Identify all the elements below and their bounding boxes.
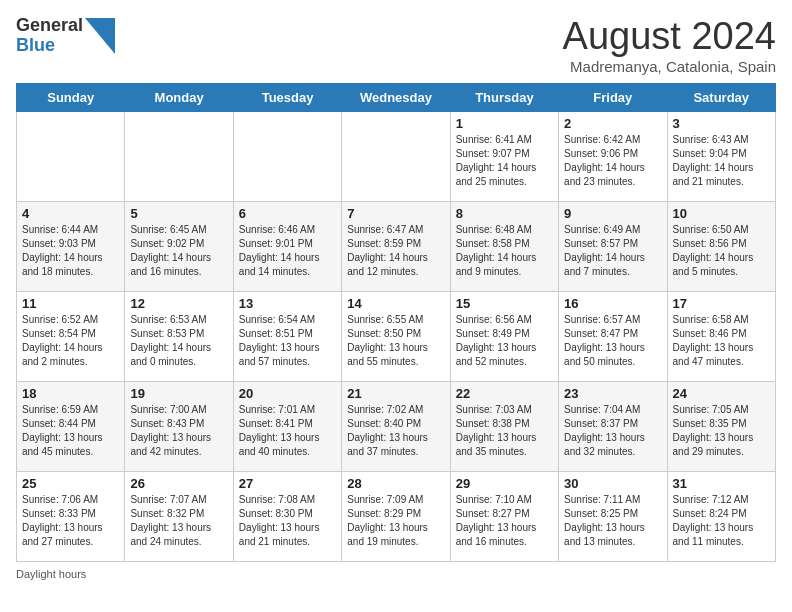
day-info: Sunrise: 6:42 AM Sunset: 9:06 PM Dayligh… xyxy=(564,133,661,189)
day-cell: 19Sunrise: 7:00 AM Sunset: 8:43 PM Dayli… xyxy=(125,381,233,471)
day-cell: 22Sunrise: 7:03 AM Sunset: 8:38 PM Dayli… xyxy=(450,381,558,471)
day-info: Sunrise: 6:47 AM Sunset: 8:59 PM Dayligh… xyxy=(347,223,444,279)
day-cell: 2Sunrise: 6:42 AM Sunset: 9:06 PM Daylig… xyxy=(559,111,667,201)
day-cell: 30Sunrise: 7:11 AM Sunset: 8:25 PM Dayli… xyxy=(559,471,667,561)
day-number: 29 xyxy=(456,476,553,491)
daylight-label: Daylight hours xyxy=(16,568,86,580)
week-row-3: 11Sunrise: 6:52 AM Sunset: 8:54 PM Dayli… xyxy=(17,291,776,381)
day-number: 12 xyxy=(130,296,227,311)
logo: General Blue xyxy=(16,16,115,56)
day-cell xyxy=(342,111,450,201)
day-info: Sunrise: 7:02 AM Sunset: 8:40 PM Dayligh… xyxy=(347,403,444,459)
day-number: 18 xyxy=(22,386,119,401)
day-number: 26 xyxy=(130,476,227,491)
day-info: Sunrise: 7:05 AM Sunset: 8:35 PM Dayligh… xyxy=(673,403,770,459)
day-info: Sunrise: 6:53 AM Sunset: 8:53 PM Dayligh… xyxy=(130,313,227,369)
day-number: 5 xyxy=(130,206,227,221)
day-cell: 31Sunrise: 7:12 AM Sunset: 8:24 PM Dayli… xyxy=(667,471,775,561)
day-number: 21 xyxy=(347,386,444,401)
day-number: 22 xyxy=(456,386,553,401)
header-row: SundayMondayTuesdayWednesdayThursdayFrid… xyxy=(17,83,776,111)
day-number: 14 xyxy=(347,296,444,311)
week-row-1: 1Sunrise: 6:41 AM Sunset: 9:07 PM Daylig… xyxy=(17,111,776,201)
header-cell-saturday: Saturday xyxy=(667,83,775,111)
day-cell: 17Sunrise: 6:58 AM Sunset: 8:46 PM Dayli… xyxy=(667,291,775,381)
day-cell: 15Sunrise: 6:56 AM Sunset: 8:49 PM Dayli… xyxy=(450,291,558,381)
day-number: 3 xyxy=(673,116,770,131)
day-info: Sunrise: 6:41 AM Sunset: 9:07 PM Dayligh… xyxy=(456,133,553,189)
day-cell: 29Sunrise: 7:10 AM Sunset: 8:27 PM Dayli… xyxy=(450,471,558,561)
day-cell: 1Sunrise: 6:41 AM Sunset: 9:07 PM Daylig… xyxy=(450,111,558,201)
day-info: Sunrise: 6:49 AM Sunset: 8:57 PM Dayligh… xyxy=(564,223,661,279)
day-cell: 3Sunrise: 6:43 AM Sunset: 9:04 PM Daylig… xyxy=(667,111,775,201)
day-cell: 24Sunrise: 7:05 AM Sunset: 8:35 PM Dayli… xyxy=(667,381,775,471)
day-number: 4 xyxy=(22,206,119,221)
week-row-4: 18Sunrise: 6:59 AM Sunset: 8:44 PM Dayli… xyxy=(17,381,776,471)
header-cell-wednesday: Wednesday xyxy=(342,83,450,111)
header-cell-tuesday: Tuesday xyxy=(233,83,341,111)
logo-general: General xyxy=(16,15,83,35)
day-cell: 21Sunrise: 7:02 AM Sunset: 8:40 PM Dayli… xyxy=(342,381,450,471)
week-row-2: 4Sunrise: 6:44 AM Sunset: 9:03 PM Daylig… xyxy=(17,201,776,291)
title-area: August 2024 Madremanya, Catalonia, Spain xyxy=(563,16,776,75)
day-info: Sunrise: 6:59 AM Sunset: 8:44 PM Dayligh… xyxy=(22,403,119,459)
day-cell: 5Sunrise: 6:45 AM Sunset: 9:02 PM Daylig… xyxy=(125,201,233,291)
location: Madremanya, Catalonia, Spain xyxy=(563,58,776,75)
day-cell: 6Sunrise: 6:46 AM Sunset: 9:01 PM Daylig… xyxy=(233,201,341,291)
day-info: Sunrise: 7:00 AM Sunset: 8:43 PM Dayligh… xyxy=(130,403,227,459)
day-info: Sunrise: 6:46 AM Sunset: 9:01 PM Dayligh… xyxy=(239,223,336,279)
day-cell xyxy=(125,111,233,201)
day-cell: 16Sunrise: 6:57 AM Sunset: 8:47 PM Dayli… xyxy=(559,291,667,381)
day-info: Sunrise: 7:04 AM Sunset: 8:37 PM Dayligh… xyxy=(564,403,661,459)
header-cell-sunday: Sunday xyxy=(17,83,125,111)
day-info: Sunrise: 7:01 AM Sunset: 8:41 PM Dayligh… xyxy=(239,403,336,459)
day-cell: 9Sunrise: 6:49 AM Sunset: 8:57 PM Daylig… xyxy=(559,201,667,291)
day-info: Sunrise: 6:57 AM Sunset: 8:47 PM Dayligh… xyxy=(564,313,661,369)
day-number: 20 xyxy=(239,386,336,401)
day-cell: 13Sunrise: 6:54 AM Sunset: 8:51 PM Dayli… xyxy=(233,291,341,381)
day-number: 25 xyxy=(22,476,119,491)
day-number: 11 xyxy=(22,296,119,311)
day-number: 9 xyxy=(564,206,661,221)
day-number: 30 xyxy=(564,476,661,491)
day-info: Sunrise: 7:12 AM Sunset: 8:24 PM Dayligh… xyxy=(673,493,770,549)
day-info: Sunrise: 6:58 AM Sunset: 8:46 PM Dayligh… xyxy=(673,313,770,369)
day-info: Sunrise: 7:09 AM Sunset: 8:29 PM Dayligh… xyxy=(347,493,444,549)
day-cell: 27Sunrise: 7:08 AM Sunset: 8:30 PM Dayli… xyxy=(233,471,341,561)
header: General Blue August 2024 Madremanya, Cat… xyxy=(16,16,776,75)
day-number: 1 xyxy=(456,116,553,131)
day-info: Sunrise: 7:03 AM Sunset: 8:38 PM Dayligh… xyxy=(456,403,553,459)
day-cell: 25Sunrise: 7:06 AM Sunset: 8:33 PM Dayli… xyxy=(17,471,125,561)
day-info: Sunrise: 6:55 AM Sunset: 8:50 PM Dayligh… xyxy=(347,313,444,369)
day-number: 8 xyxy=(456,206,553,221)
footer-note: Daylight hours xyxy=(16,568,776,580)
calendar-table: SundayMondayTuesdayWednesdayThursdayFrid… xyxy=(16,83,776,562)
day-info: Sunrise: 6:56 AM Sunset: 8:49 PM Dayligh… xyxy=(456,313,553,369)
logo-icon xyxy=(85,18,115,54)
header-cell-monday: Monday xyxy=(125,83,233,111)
day-number: 16 xyxy=(564,296,661,311)
day-number: 13 xyxy=(239,296,336,311)
day-info: Sunrise: 6:54 AM Sunset: 8:51 PM Dayligh… xyxy=(239,313,336,369)
day-cell: 10Sunrise: 6:50 AM Sunset: 8:56 PM Dayli… xyxy=(667,201,775,291)
day-cell: 4Sunrise: 6:44 AM Sunset: 9:03 PM Daylig… xyxy=(17,201,125,291)
day-info: Sunrise: 7:08 AM Sunset: 8:30 PM Dayligh… xyxy=(239,493,336,549)
day-info: Sunrise: 6:44 AM Sunset: 9:03 PM Dayligh… xyxy=(22,223,119,279)
day-number: 6 xyxy=(239,206,336,221)
day-cell: 12Sunrise: 6:53 AM Sunset: 8:53 PM Dayli… xyxy=(125,291,233,381)
day-cell: 28Sunrise: 7:09 AM Sunset: 8:29 PM Dayli… xyxy=(342,471,450,561)
day-info: Sunrise: 7:11 AM Sunset: 8:25 PM Dayligh… xyxy=(564,493,661,549)
day-number: 15 xyxy=(456,296,553,311)
day-number: 17 xyxy=(673,296,770,311)
day-info: Sunrise: 6:48 AM Sunset: 8:58 PM Dayligh… xyxy=(456,223,553,279)
logo-blue: Blue xyxy=(16,35,55,55)
day-number: 28 xyxy=(347,476,444,491)
month-title: August 2024 xyxy=(563,16,776,58)
day-cell: 20Sunrise: 7:01 AM Sunset: 8:41 PM Dayli… xyxy=(233,381,341,471)
day-cell xyxy=(17,111,125,201)
week-row-5: 25Sunrise: 7:06 AM Sunset: 8:33 PM Dayli… xyxy=(17,471,776,561)
day-number: 24 xyxy=(673,386,770,401)
day-info: Sunrise: 6:50 AM Sunset: 8:56 PM Dayligh… xyxy=(673,223,770,279)
svg-marker-0 xyxy=(85,18,115,54)
day-cell: 18Sunrise: 6:59 AM Sunset: 8:44 PM Dayli… xyxy=(17,381,125,471)
